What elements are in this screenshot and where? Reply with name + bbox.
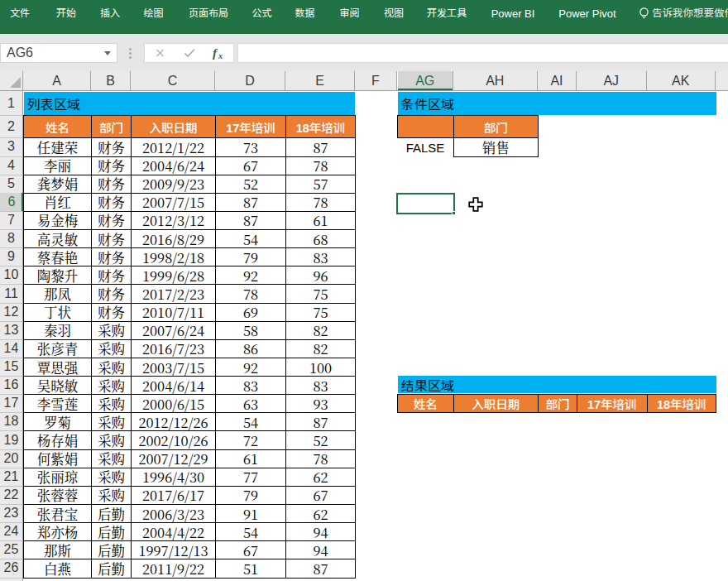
svg-text:f: f xyxy=(213,46,218,60)
svg-text:x: x xyxy=(218,51,223,60)
